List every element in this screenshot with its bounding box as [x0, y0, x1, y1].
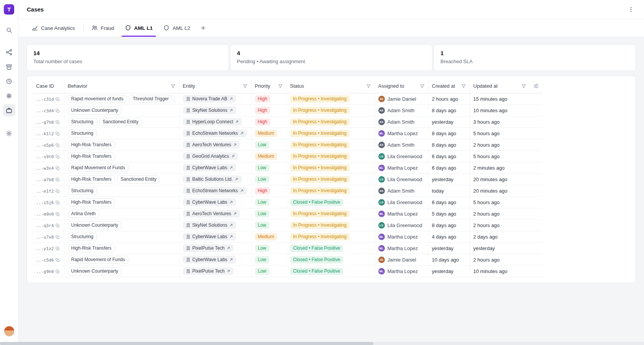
sidebar-item-cases[interactable] — [3, 104, 15, 116]
case-id[interactable]: ..-k1l2 — [36, 131, 60, 136]
sidebar-item-settings[interactable] — [3, 127, 15, 139]
sidebar-item-inbox[interactable] — [3, 60, 15, 73]
assignee[interactable]: ML Martha Lopez — [378, 245, 418, 252]
table-row[interactable]: ..-o5p6 High-Risk Transfers AeroTech Ven… — [33, 139, 542, 150]
copy-icon[interactable] — [56, 270, 60, 274]
case-id[interactable]: ..-a7b8 — [36, 177, 60, 182]
case-id[interactable]: ..-o5p6 — [36, 143, 60, 148]
entity-link[interactable]: EchoStream Networks — [183, 129, 247, 137]
case-id[interactable]: ..-q3r4 — [36, 223, 60, 228]
scrollbar-thumb[interactable] — [0, 342, 373, 345]
case-id[interactable]: ..-i5j6 — [36, 200, 60, 205]
assignee[interactable]: LG Lila Greenwood — [378, 199, 422, 206]
table-row[interactable]: ..-w3x4 Rapid Movement of Funds CyberWav… — [33, 162, 542, 173]
table-row[interactable]: ..-q3r4 Unknown Counterparty SkyNet Solu… — [33, 219, 542, 231]
case-id[interactable]: ..-c5d6 — [36, 258, 60, 263]
copy-icon[interactable] — [56, 109, 60, 113]
sidebar-item-grid[interactable] — [3, 90, 15, 102]
filter-icon[interactable] — [366, 83, 371, 88]
assignee[interactable]: LG Lila Greenwood — [378, 153, 422, 160]
copy-icon[interactable] — [56, 120, 60, 124]
copy-icon[interactable] — [56, 235, 60, 239]
table-row[interactable]: ..-g9h0 Unknown Counterparty PixelPulse … — [33, 265, 542, 277]
table-row[interactable]: ..-c3d4 Unknown Counterparty SkyNet Solu… — [33, 105, 542, 116]
copy-icon[interactable] — [56, 132, 60, 136]
copy-icon[interactable] — [56, 189, 60, 193]
search-button[interactable] — [3, 24, 15, 36]
table-row[interactable]: ..-m9n0 Arlina Greth AeroTech Ventures L… — [33, 208, 542, 219]
entity-link[interactable]: AeroTech Ventures — [183, 141, 240, 149]
tab-case-analytics[interactable]: Case Analytics — [27, 19, 80, 37]
tab-aml-l2[interactable]: AML L2 — [158, 19, 195, 37]
add-tab-button[interactable] — [196, 19, 210, 37]
case-id[interactable]: ..-e1f2 — [36, 189, 60, 194]
table-row[interactable]: ..-k1l2 Structuring EchoStream Networks … — [33, 128, 542, 139]
table-row[interactable]: ..-s9t0 High-Risk Transfers GeoGrid Anal… — [33, 150, 542, 162]
copy-icon[interactable] — [56, 201, 60, 205]
tab-aml-l1[interactable]: AML L1 — [120, 19, 158, 37]
filter-icon[interactable] — [420, 83, 425, 88]
column-settings-icon[interactable] — [533, 83, 539, 89]
table-row[interactable]: ..-e1f2 Structuring EchoStream Networks … — [33, 185, 542, 196]
assignee[interactable]: JD Jamie Daniel — [378, 257, 416, 263]
entity-link[interactable]: PixelPulse Tech — [183, 267, 234, 275]
entity-link[interactable]: SkyNet Solutions — [183, 106, 236, 114]
entity-link[interactable]: GeoGrid Analytics — [183, 152, 238, 160]
copy-icon[interactable] — [56, 247, 60, 251]
table-row[interactable]: ..-u7v8 Structuring CyberWave Labs Mediu… — [33, 231, 542, 242]
table-row[interactable]: ..-c5d6 Rapid Movement of Funds CyberWav… — [33, 254, 542, 265]
case-id[interactable]: ..-y1z2 — [36, 246, 60, 251]
app-logo[interactable]: T — [4, 4, 14, 15]
filter-icon[interactable] — [243, 83, 248, 88]
assignee[interactable]: ML Martha Lopez — [378, 130, 418, 137]
entity-link[interactable]: PixelPulse Tech — [183, 244, 234, 252]
assignee[interactable]: LG Lila Greenwood — [378, 176, 422, 183]
case-id[interactable]: ..-w3x4 — [36, 166, 60, 171]
sidebar-item-share[interactable] — [3, 46, 15, 58]
case-id[interactable]: ..-s9t0 — [36, 154, 60, 159]
entity-link[interactable]: CyberWave Labs — [183, 164, 237, 172]
assignee[interactable]: ML Martha Lopez — [378, 165, 418, 171]
user-avatar[interactable] — [4, 326, 15, 337]
tab-fraud[interactable]: Fraud — [87, 19, 119, 37]
assignee[interactable]: JD Jamie Daniel — [378, 96, 416, 102]
horizontal-scrollbar[interactable] — [0, 342, 644, 345]
table-row[interactable]: ..-y1z2 High-Risk Transfers PixelPulse T… — [33, 242, 542, 254]
copy-icon[interactable] — [56, 155, 60, 159]
copy-icon[interactable] — [56, 258, 60, 262]
filter-icon[interactable] — [171, 83, 176, 88]
entity-link[interactable]: Baltic Solutions Ltd. — [183, 175, 242, 183]
assignee[interactable]: ML Martha Lopez — [378, 268, 418, 275]
entity-link[interactable]: AeroTech Ventures — [183, 210, 240, 217]
case-id[interactable]: ..-u7v8 — [36, 235, 60, 240]
filter-icon[interactable] — [521, 83, 526, 88]
entity-link[interactable]: Novera Trade AB — [183, 95, 236, 103]
entity-link[interactable]: SkyNet Solutions — [183, 221, 236, 229]
filter-icon[interactable] — [461, 83, 466, 88]
assignee[interactable]: ML Martha Lopez — [378, 234, 418, 240]
case-id[interactable]: ..-g7h8 — [36, 120, 60, 125]
entity-link[interactable]: CyberWave Labs — [183, 256, 237, 263]
entity-link[interactable]: HyperLoop Connect — [183, 118, 242, 126]
page-menu-button[interactable] — [626, 5, 636, 14]
assignee[interactable]: LG Lila Greenwood — [378, 222, 422, 229]
assignee[interactable]: AS Adam Smith — [378, 188, 415, 194]
entity-link[interactable]: EchoStream Networks — [183, 187, 247, 195]
assignee[interactable]: AS Adam Smith — [378, 107, 415, 114]
filter-icon[interactable] — [278, 83, 283, 88]
copy-icon[interactable] — [56, 143, 60, 147]
case-id[interactable]: ..-c31d — [36, 97, 60, 102]
entity-link[interactable]: CyberWave Labs — [183, 198, 237, 206]
copy-icon[interactable] — [56, 178, 60, 182]
sidebar-item-history[interactable] — [3, 75, 15, 87]
assignee[interactable]: AS Adam Smith — [378, 119, 415, 125]
table-row[interactable]: ..-i5j6 High-Risk Transfers CyberWave La… — [33, 196, 542, 208]
case-id[interactable]: ..-c3d4 — [36, 108, 60, 113]
assignee[interactable]: ML Martha Lopez — [378, 211, 418, 217]
case-id[interactable]: ..-m9n0 — [36, 212, 60, 217]
copy-icon[interactable] — [56, 97, 60, 101]
copy-icon[interactable] — [56, 166, 60, 170]
table-row[interactable]: ..-g7h8 StructuringSanctioned Entity Hyp… — [33, 116, 542, 128]
table-row[interactable]: ..-a7b8 High-Risk TransfersSanctioned En… — [33, 173, 542, 185]
copy-icon[interactable] — [56, 224, 60, 228]
